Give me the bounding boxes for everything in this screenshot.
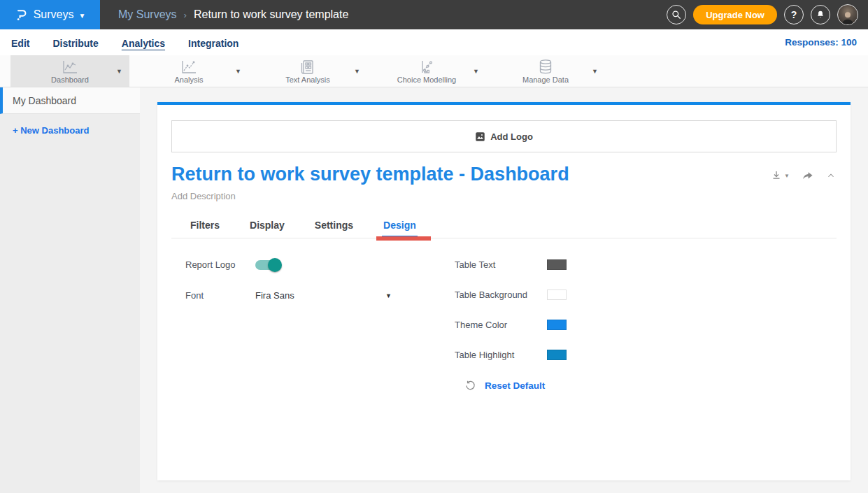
theme-color-swatch[interactable] bbox=[547, 320, 567, 330]
user-avatar[interactable] bbox=[837, 4, 858, 25]
table-highlight-label: Table Highlight bbox=[455, 350, 547, 360]
chevron-down-icon[interactable]: ▼ bbox=[354, 68, 360, 75]
share-arrow-icon bbox=[801, 170, 814, 182]
tab-filters[interactable]: Filters bbox=[189, 215, 221, 238]
dashboard-main: Add Logo Return to work survey template … bbox=[140, 87, 868, 493]
upgrade-now-button[interactable]: Upgrade Now bbox=[693, 5, 777, 24]
toolbar-item-label: Analysis bbox=[175, 76, 204, 84]
nav-item-edit[interactable]: Edit bbox=[11, 31, 29, 54]
database-icon bbox=[537, 58, 554, 75]
breadcrumb-separator: › bbox=[184, 10, 187, 20]
person-icon bbox=[839, 9, 856, 24]
nav-item-integration[interactable]: Integration bbox=[188, 31, 239, 54]
breadcrumb: My Surveys › Return to work survey templ… bbox=[118, 8, 348, 21]
download-icon bbox=[770, 169, 783, 182]
sidebar-item-label: My Dashboard bbox=[13, 95, 76, 106]
top-bar: Surveys ▼ My Surveys › Return to work su… bbox=[0, 0, 868, 29]
choice-modelling-icon bbox=[418, 58, 436, 75]
chevron-down-icon[interactable]: ▼ bbox=[235, 68, 241, 75]
font-selected-value: Fira Sans bbox=[255, 290, 294, 301]
notifications-button[interactable] bbox=[811, 5, 830, 24]
questionpro-logo-icon bbox=[15, 7, 29, 22]
toolbar-item-manage-data[interactable]: Manage Data ▼ bbox=[486, 55, 605, 87]
table-text-color-swatch[interactable] bbox=[547, 259, 567, 270]
tab-display[interactable]: Display bbox=[248, 215, 286, 238]
tab-settings[interactable]: Settings bbox=[313, 215, 355, 238]
toolbar-item-label: Dashboard bbox=[51, 76, 89, 84]
design-form: Report Logo Font Fira Sans ▼ bbox=[171, 259, 837, 392]
dashboard-panel: Add Logo Return to work survey template … bbox=[157, 102, 851, 480]
toggle-knob bbox=[268, 258, 282, 272]
settings-tabs: Filters Display Settings Design bbox=[171, 215, 837, 238]
question-mark-icon: ? bbox=[791, 9, 797, 20]
share-button[interactable] bbox=[801, 170, 814, 182]
toolbar-item-label: Manage Data bbox=[522, 76, 569, 84]
toolbar-item-label: Text Analysis bbox=[285, 76, 330, 84]
toolbar-item-text-analysis[interactable]: Text Analysis ▼ bbox=[248, 55, 367, 87]
analytics-toolbar: Dashboard ▼ Analysis ▼ Text Analysis ▼ C… bbox=[0, 55, 868, 87]
dashboard-chart-icon bbox=[61, 58, 79, 75]
search-button[interactable] bbox=[667, 5, 686, 24]
survey-nav: Edit Distribute Analytics Integration Re… bbox=[0, 29, 868, 55]
responses-count[interactable]: Responses: 100 bbox=[785, 37, 857, 48]
surveys-product-menu[interactable]: Surveys ▼ bbox=[0, 0, 100, 29]
dashboard-title[interactable]: Return to work survey template - Dashboa… bbox=[171, 164, 569, 185]
report-logo-toggle[interactable] bbox=[255, 260, 280, 270]
brand-label: Surveys bbox=[34, 8, 74, 21]
new-dashboard-button[interactable]: + New Dashboard bbox=[0, 114, 140, 147]
add-description-field[interactable]: Add Description bbox=[171, 191, 837, 201]
tab-design[interactable]: Design bbox=[382, 215, 418, 238]
search-icon bbox=[671, 10, 681, 20]
chevron-down-icon[interactable]: ▼ bbox=[116, 68, 122, 75]
chevron-down-icon[interactable]: ▼ bbox=[592, 68, 598, 75]
tab-design-label: Design bbox=[383, 220, 416, 231]
nav-item-analytics[interactable]: Analytics bbox=[122, 31, 165, 54]
font-dropdown[interactable]: Fira Sans ▼ bbox=[255, 290, 392, 301]
chevron-down-icon: ▼ bbox=[784, 173, 790, 179]
analysis-chart-icon bbox=[180, 58, 198, 75]
download-button[interactable]: ▼ bbox=[770, 169, 790, 182]
collapse-button[interactable] bbox=[825, 171, 837, 180]
breadcrumb-current-survey: Return to work survey template bbox=[194, 8, 348, 21]
table-background-color-swatch[interactable] bbox=[547, 290, 567, 300]
font-label: Font bbox=[185, 290, 255, 301]
reset-default-label: Reset Default bbox=[485, 380, 545, 391]
nav-item-distribute[interactable]: Distribute bbox=[52, 31, 98, 54]
help-button[interactable]: ? bbox=[784, 5, 804, 24]
table-highlight-color-swatch[interactable] bbox=[547, 350, 567, 360]
reset-default-button[interactable]: Reset Default bbox=[464, 380, 567, 392]
design-tab-highlight-marker bbox=[376, 236, 431, 241]
toolbar-item-choice-modelling[interactable]: Choice Modelling ▼ bbox=[367, 55, 486, 87]
report-logo-label: Report Logo bbox=[185, 259, 255, 270]
dashboard-sidebar: My Dashboard + New Dashboard bbox=[0, 87, 140, 493]
table-text-label: Table Text bbox=[455, 259, 547, 270]
chevron-down-icon: ▼ bbox=[78, 12, 85, 20]
add-logo-dropzone[interactable]: Add Logo bbox=[171, 120, 837, 152]
table-background-label: Table Background bbox=[455, 290, 547, 300]
chevron-down-icon[interactable]: ▼ bbox=[473, 68, 479, 75]
toolbar-item-label: Choice Modelling bbox=[397, 76, 456, 84]
image-icon bbox=[475, 131, 485, 142]
toolbar-item-analysis[interactable]: Analysis ▼ bbox=[129, 55, 248, 87]
theme-color-label: Theme Color bbox=[455, 320, 547, 330]
breadcrumb-my-surveys[interactable]: My Surveys bbox=[118, 8, 177, 21]
text-analysis-icon bbox=[299, 58, 316, 75]
bell-icon bbox=[816, 10, 825, 20]
add-logo-label: Add Logo bbox=[490, 131, 533, 142]
sidebar-item-my-dashboard[interactable]: My Dashboard bbox=[0, 87, 140, 114]
toolbar-item-dashboard[interactable]: Dashboard ▼ bbox=[10, 55, 129, 87]
chevron-down-icon: ▼ bbox=[385, 292, 392, 299]
reset-icon bbox=[464, 380, 476, 392]
chevron-up-icon bbox=[825, 171, 837, 180]
